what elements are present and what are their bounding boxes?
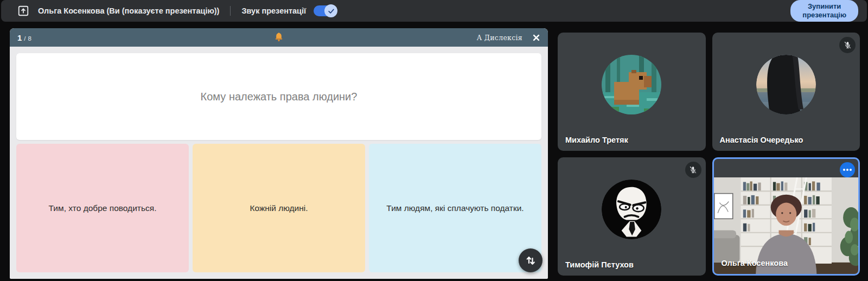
mic-off-icon: [688, 165, 698, 175]
mic-muted-badge: [839, 37, 856, 53]
dot: [843, 169, 845, 171]
dot: [850, 169, 852, 171]
participant-tile-tymofii[interactable]: Тимофій Пєтухов: [558, 157, 706, 276]
answer-option-3[interactable]: Тим людям, які сплачують податки.: [369, 144, 541, 272]
participants-grid: Михайло Третяк: [558, 33, 860, 276]
answer-option-3-text: Тим людям, які сплачують податки.: [386, 203, 524, 213]
close-icon[interactable]: [532, 34, 540, 42]
participant-name: Анастасія Очередько: [720, 136, 803, 144]
avatar-meme-face: [602, 180, 661, 239]
dot: [846, 169, 848, 171]
question-card: Кому належать права людини?: [16, 53, 541, 140]
meeting-top-bar: Ольга Косенкова (Ви (показуєте презентац…: [1, 0, 867, 22]
topbar-divider: [230, 6, 231, 16]
participant-tile-anastasiia[interactable]: Анастасія Очередько: [712, 33, 860, 151]
answers-row: Тим, хто добре поводиться. Кожній людині…: [16, 144, 541, 272]
mic-off-icon: [843, 41, 852, 50]
up-down-arrows-icon: [524, 254, 537, 267]
participant-tile-olha-self-video[interactable]: Ольга Косенкова: [712, 157, 860, 276]
participant-tile-mykhailo[interactable]: Михайло Третяк: [558, 33, 706, 151]
stop-button-line2: презентацію: [802, 11, 846, 19]
slide-page-divider: /: [24, 35, 25, 42]
present-screen-icon: [17, 5, 29, 17]
slide-content: Кому належать права людини? Тим, хто доб…: [10, 47, 548, 279]
presentation-sound-label: Звук презентації: [241, 7, 306, 15]
bell-icon[interactable]: [273, 31, 284, 43]
slide-page-current: 1: [17, 33, 22, 42]
stop-presentation-button[interactable]: Зупинити презентацію: [790, 0, 858, 22]
toggle-thumb-check-icon: [324, 4, 337, 17]
font-style-label[interactable]: А Дислексія: [477, 34, 522, 42]
slide-header-bar: 1 / 8 А Дислексія: [10, 28, 548, 47]
answer-option-1[interactable]: Тим, хто добре поводиться.: [16, 144, 189, 272]
answer-option-2[interactable]: Кожній людині.: [193, 144, 365, 272]
slide-page-indicator: 1 / 8: [17, 33, 31, 42]
more-options-button[interactable]: [840, 162, 855, 177]
scroll-slides-button[interactable]: [519, 248, 542, 272]
answer-option-1-text: Тим, хто добре поводиться.: [49, 203, 157, 213]
presenter-label: Ольга Косенкова (Ви (показуєте презентац…: [38, 7, 219, 15]
answer-option-2-text: Кожній людині.: [250, 203, 308, 213]
avatar-pixel-capybara: [602, 55, 661, 114]
participant-name: Михайло Третяк: [565, 136, 628, 144]
presentation-sound-toggle[interactable]: [314, 5, 336, 16]
stop-button-line1: Зупинити: [808, 2, 841, 10]
mic-muted-badge: [685, 162, 701, 178]
question-text: Кому належать права людини?: [201, 91, 358, 103]
slide-page-total: 8: [28, 35, 31, 42]
shared-presentation-panel: 1 / 8 А Дислексія Кому належать права лю…: [10, 28, 548, 279]
participant-name: Ольга Косенкова: [722, 259, 788, 267]
avatar-photo-silhouette: [756, 55, 816, 114]
participant-name: Тимофій Пєтухов: [565, 260, 634, 269]
